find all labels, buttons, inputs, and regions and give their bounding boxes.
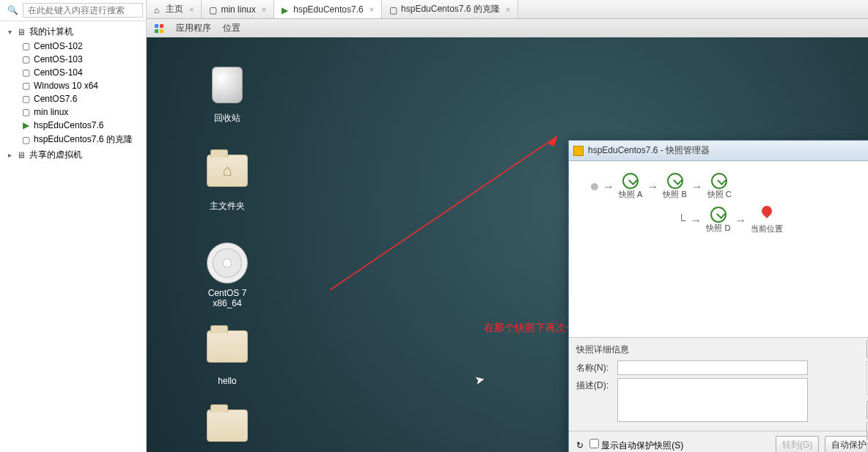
refresh-icon[interactable]: ↻	[576, 440, 584, 451]
sidebar: × 🔍 ▾ ▾🖥我的计算机 ▢CentOS-102 ▢CentOS-103 ▢C…	[0, 0, 147, 452]
cursor-icon: ➤	[474, 372, 486, 388]
window-titlebar[interactable]: hspEduCentos7.6 - 快照管理器 ✕	[569, 141, 868, 161]
goto-button[interactable]: 转到(G)	[776, 436, 819, 452]
guest-menubar: 应用程序 位置	[147, 19, 868, 37]
snapshot-node-b[interactable]: 快照 B	[663, 173, 686, 200]
svg-rect-0	[155, 24, 158, 28]
snapshot-node-d[interactable]: 快照 D	[706, 207, 730, 234]
close-icon[interactable]: ×	[189, 5, 194, 14]
desktop-folder-hello3[interactable]: hello3	[198, 410, 257, 452]
tree-vm-centos103[interactable]: ▢CentOS-103	[0, 53, 146, 66]
tab-home[interactable]: ⌂主页×	[147, 0, 202, 18]
desktop-label: 回收站	[198, 112, 257, 125]
menu-apps[interactable]: 应用程序	[176, 22, 211, 34]
search-input[interactable]	[23, 3, 143, 18]
tree-root-shared[interactable]: ▸🖥共享的虚拟机	[0, 147, 146, 163]
name-label: 名称(N):	[576, 360, 613, 374]
dialog-footer: ↻ 显示自动保护快照(S) 转到(G) 自动保护(A)... 关闭(C) 帮助	[569, 431, 868, 452]
svg-rect-2	[155, 29, 158, 33]
snapshot-manager-window: hspEduCentos7.6 - 快照管理器 ✕ → 快照 A → 快照 B …	[568, 140, 868, 452]
vm-tree: ▾🖥我的计算机 ▢CentOS-102 ▢CentOS-103 ▢CentOS-…	[0, 21, 146, 166]
search-bar: × 🔍 ▾	[0, 0, 146, 21]
svg-line-4	[330, 136, 557, 290]
tree-vm-centos104[interactable]: ▢CentOS-104	[0, 66, 146, 79]
branch-icon: └	[677, 214, 685, 227]
close-icon[interactable]: ×	[506, 5, 510, 14]
arrow-icon: →	[647, 180, 658, 193]
annotation-line	[330, 136, 564, 290]
snapshot-tree-area[interactable]: → 快照 A → 快照 B → 快照 C └ → 快照 D → 当前位置	[569, 161, 868, 337]
svg-marker-5	[548, 136, 557, 147]
svg-rect-1	[160, 24, 163, 28]
arrow-icon: →	[690, 214, 702, 227]
snapshot-node-a[interactable]: 快照 A	[619, 173, 642, 200]
close-icon[interactable]: ×	[262, 5, 266, 14]
tree-vm-centos102[interactable]: ▢CentOS-102	[0, 40, 146, 53]
snapshot-desc-input[interactable]	[617, 378, 808, 422]
desc-label: 描述(D):	[576, 378, 613, 392]
search-icon: 🔍	[3, 5, 23, 15]
arrow-icon: →	[691, 180, 703, 193]
window-icon	[573, 146, 584, 156]
tree-vm-minlinux[interactable]: ▢min linux	[0, 105, 146, 119]
desktop-disc[interactable]: CentOS 7 x86_64	[198, 242, 257, 308]
menu-places[interactable]: 位置	[223, 22, 240, 34]
sidebar-close-icon[interactable]: ×	[136, 0, 141, 3]
desktop-label: hello	[198, 376, 257, 386]
svg-rect-3	[160, 29, 163, 33]
apps-icon	[154, 23, 164, 34]
guest-desktop[interactable]: 回收站 主文件夹 CentOS 7 x86_64 hello hello3 ➤	[147, 37, 868, 452]
desktop-folder-hello[interactable]: hello	[198, 330, 257, 386]
tab-bar: ⌂主页× ▢min linux× ▶hspEduCentos7.6× ▢hspE…	[147, 0, 868, 19]
autoprotect-button[interactable]: 自动保护(A)...	[825, 436, 868, 452]
desktop-trash[interactable]: 回收站	[198, 67, 257, 125]
tree-vm-hspedu[interactable]: ▶hspEduCentos7.6	[0, 119, 146, 132]
snapshot-current-location[interactable]: 当前位置	[751, 206, 783, 234]
tree-vm-centos76[interactable]: ▢CentOS7.6	[0, 92, 146, 105]
desktop-label: 主文件夹	[198, 200, 257, 212]
snapshot-root-icon	[591, 183, 598, 190]
show-autoprotect-checkbox[interactable]: 显示自动保护快照(S)	[589, 439, 683, 452]
arrow-icon: →	[603, 180, 614, 193]
tab-hspedu-clone[interactable]: ▢hspEduCentos7.6 的克隆×	[382, 0, 518, 18]
desktop-label: CentOS 7 x86_64	[198, 288, 257, 308]
tab-minlinux[interactable]: ▢min linux×	[202, 0, 274, 18]
tree-root-mycomputer[interactable]: ▾🖥我的计算机	[0, 24, 146, 40]
snapshot-details: 快照详细信息 名称(N): 描述(D): 拍摄快照(T)... 没有可用的屏幕截…	[569, 337, 868, 431]
desktop-home[interactable]: 主文件夹	[198, 155, 257, 212]
tree-vm-hspedu-clone[interactable]: ▢hspEduCentos7.6 的克隆	[0, 132, 146, 147]
close-icon[interactable]: ×	[369, 5, 374, 14]
snapshot-name-input[interactable]	[617, 360, 808, 375]
tab-hspedu[interactable]: ▶hspEduCentos7.6×	[274, 0, 382, 18]
window-title: hspEduCentos7.6 - 快照管理器	[588, 144, 868, 157]
details-heading: 快照详细信息	[576, 344, 868, 356]
tree-vm-win10[interactable]: ▢Windows 10 x64	[0, 79, 146, 92]
snapshot-node-c[interactable]: 快照 C	[707, 173, 732, 200]
content-area: ⌂主页× ▢min linux× ▶hspEduCentos7.6× ▢hspE…	[147, 0, 868, 452]
arrow-icon: →	[735, 214, 746, 227]
